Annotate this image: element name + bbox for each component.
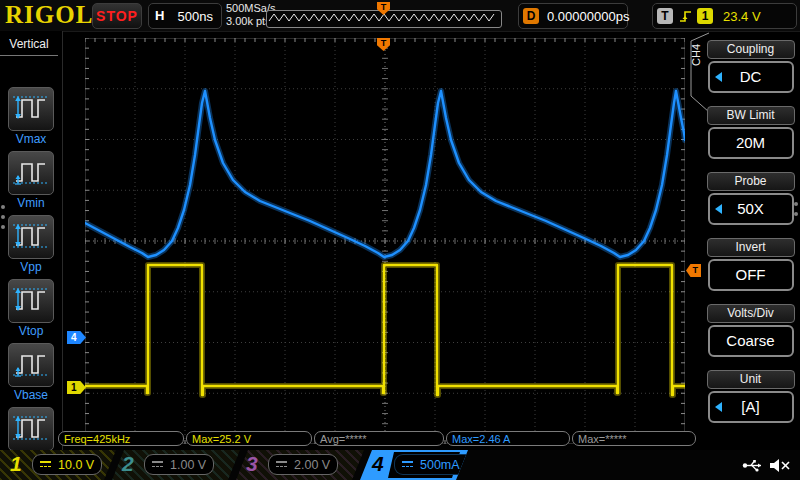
softmenu-value[interactable]: OFF [708,259,794,291]
speaker-muted-icon [768,457,792,474]
delay-box[interactable]: D 0.00000000ps [518,3,628,29]
vertical-measure-menu: Vertical Vmax Vmin [0,31,63,450]
softmenu-coupling[interactable]: Coupling DC [706,40,795,93]
option-arrow-icon [715,402,722,412]
menu-item-vtop[interactable]: Vtop [8,279,54,338]
menu-item-label: Vpp [8,260,54,274]
softmenu-probe[interactable]: Probe 50X [706,172,795,225]
softmenu-unit[interactable]: Unit [A] [706,370,795,423]
vmin-measure-icon[interactable] [8,151,54,195]
softmenu-label: BW Limit [707,106,795,125]
menu-scroll-dots [1,199,5,235]
softmenu-bw-limit[interactable]: BW Limit 20M [706,106,795,159]
softmenu-value[interactable]: 20M [708,127,794,159]
right-menu-tab-ch4: CH4 [690,52,704,92]
trigger-source-badge: 1 [697,8,713,24]
softmenu-value[interactable]: [A] [708,391,794,423]
channel-scale: 500mA [420,458,460,472]
measurement-readout-4[interactable]: Max=2.46 A [446,431,570,446]
channel-status-bar: 1 10.0 V 2 1.00 V 3 2.00 V 4 500mA B [0,450,800,480]
bw-limit-icon: B [465,457,478,472]
vpp-measure-icon[interactable] [8,215,54,259]
left-menu-title: Vertical [0,37,58,56]
channel-2-status[interactable]: 2 1.00 V [112,450,240,480]
vmax-measure-icon[interactable] [8,87,54,131]
channel-number: 3 [246,452,258,476]
channel-scale-pill: 1.00 V [144,454,214,475]
measurement-readout-2[interactable]: Max=25.2 V [186,431,312,446]
menu-item-vbase[interactable]: Vbase [8,343,54,402]
channel-scale: 1.00 V [170,458,206,472]
dc-coupling-icon [40,460,53,469]
option-arrow-icon [715,72,722,82]
trigger-level-marker[interactable]: T [686,264,701,277]
trigger-status-box[interactable]: T 1 23.4 V [652,3,797,29]
delay-value: 0.00000000ps [547,9,629,24]
trigger-slope-icon [678,8,694,24]
measurement-readout-1[interactable]: Freq=425kHz [58,431,184,446]
delay-label-badge: D [523,8,539,24]
right-menu-scroll-dots [794,196,798,222]
softmenu-label: Coupling [707,40,795,59]
menu-item-vmin[interactable]: Vmin [8,151,54,210]
menu-item-label: Vmax [8,132,54,146]
softmenu-value[interactable]: DC [708,61,794,93]
channel-number: 2 [122,452,134,476]
measurement-readout-3[interactable]: Avg=***** [314,431,444,446]
channel-1-status[interactable]: 1 10.0 V [0,450,116,480]
softmenu-value[interactable]: 50X [708,193,794,225]
ch1-zero-level-marker[interactable]: 1 [67,381,86,394]
vbase-measure-icon[interactable] [8,343,54,387]
channel-scale-pill: 500mA B [394,454,486,475]
vamp-measure-icon[interactable] [8,407,54,451]
channel-scale-pill: 2.00 V [268,454,338,475]
softmenu-invert[interactable]: Invert OFF [706,238,795,291]
waveform-display [85,38,685,444]
dc-coupling-icon [402,460,415,469]
run-state-indicator[interactable]: STOP [92,3,142,29]
channel-scale-pill: 10.0 V [32,454,102,475]
channel-3-status[interactable]: 3 2.00 V [236,450,364,480]
softmenu-label: Invert [707,238,795,257]
top-status-bar: RIGOL STOP H 500ns 500MSa/s 3.00k pts T … [0,0,800,32]
menu-item-label: Vtop [8,324,54,338]
softmenu-value[interactable]: Coarse [708,325,794,357]
channel-4-status[interactable]: 4 500mA B [360,450,468,480]
rigol-logo: RIGOL [5,1,93,29]
horizontal-timebase-box[interactable]: H 500ns [148,3,222,29]
ch4-zero-level-marker[interactable]: 4 [67,331,86,344]
measurement-readout-5[interactable]: Max=***** [572,431,696,446]
horizontal-label: H [155,8,164,23]
channel-scale: 2.00 V [294,458,330,472]
softmenu-label: Unit [707,370,795,389]
channel-number: 4 [372,452,384,476]
menu-item-label: Vmin [8,196,54,210]
dc-coupling-icon [152,460,165,469]
softmenu-label: Volts/Div [707,304,795,323]
dc-coupling-icon [276,460,289,469]
channel-scale: 10.0 V [58,458,94,472]
trigger-label-badge: T [657,8,673,24]
softmenu-label: Probe [707,172,795,191]
trigger-level-value: 23.4 V [723,9,761,24]
menu-item-label: Vbase [8,388,54,402]
menu-item-vpp[interactable]: Vpp [8,215,54,274]
usb-icon [742,459,764,472]
vtop-measure-icon[interactable] [8,279,54,323]
menu-item-vmax[interactable]: Vmax [8,87,54,146]
option-arrow-icon [715,204,722,214]
timebase-value: 500ns [178,9,213,24]
softmenu-volts-div[interactable]: Volts/Div Coarse [706,304,795,357]
channel-number: 1 [10,452,22,476]
